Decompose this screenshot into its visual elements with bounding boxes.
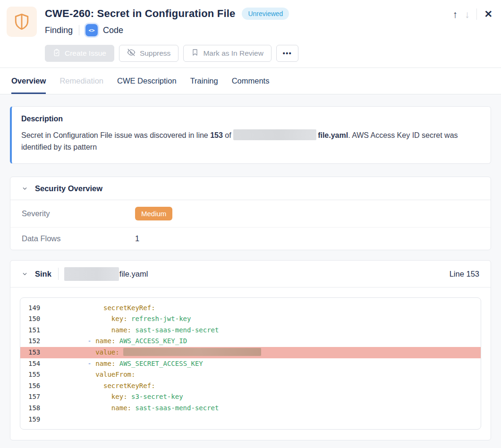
clipboard-check-icon	[53, 49, 60, 59]
security-overview-header: Security Overview	[10, 177, 491, 200]
code-line-158: 158 name: sast-saas-mend-secret	[20, 403, 481, 414]
sink-file-name: file.yaml	[119, 270, 148, 279]
code-line-152: 152 - name: AWS_ACCESS_KEY_ID	[20, 336, 481, 347]
code-line-156: 156 secretKeyRef:	[20, 380, 481, 392]
code-block: 149 secretKeyRef:150 key: refresh-jwt-ke…	[20, 297, 481, 430]
code-line-157: 157 key: s3-secret-key	[20, 391, 481, 403]
line-number: 154	[20, 358, 48, 370]
line-number: 158	[20, 403, 48, 414]
actions-toolbar: Create Issue Suppress Ma	[45, 45, 493, 62]
code-text: valueFrom:	[48, 369, 135, 380]
header-controls: ↑ ↓ ✕	[452, 8, 493, 20]
line-number: 152	[20, 336, 48, 347]
data-flows-value: 1	[135, 234, 139, 243]
file-name-emphasis: file.yaml	[318, 131, 348, 139]
bookmark-icon	[191, 48, 199, 59]
line-number: 159	[20, 414, 48, 425]
code-icon: <>	[85, 24, 98, 36]
description-heading: Description	[21, 115, 479, 123]
mark-in-review-button[interactable]: Mark as In Review	[183, 45, 271, 62]
code-text: key: refresh-jwt-key	[48, 313, 191, 325]
data-flows-label: Data Flows	[22, 234, 135, 243]
chevron-down-icon[interactable]	[22, 271, 28, 277]
code-text: secretKeyRef:	[48, 380, 155, 392]
close-icon[interactable]: ✕	[484, 8, 493, 20]
redacted-path-blur	[233, 129, 316, 140]
suppress-button[interactable]: Suppress	[119, 45, 178, 62]
code-text: key: s3-secret-key	[48, 391, 183, 403]
category-label: Code	[103, 25, 123, 35]
code-text: value:	[48, 347, 261, 358]
code-line-153: 153 value:	[20, 347, 481, 358]
code-line-151: 151 name: sast-saas-mend-secret	[20, 325, 481, 336]
line-number: 149	[20, 303, 48, 314]
redacted-path-blur	[64, 267, 119, 281]
next-finding-button[interactable]: ↓	[465, 9, 470, 19]
code-line-155: 155 valueFrom:	[20, 369, 481, 380]
description-card: Description Secret in Configuration File…	[10, 106, 491, 164]
chevron-down-icon[interactable]	[22, 186, 28, 192]
security-overview-title: Security Overview	[35, 184, 102, 193]
line-number: 150	[20, 313, 48, 325]
sink-card: Sink file.yaml Line 153 149 secretKeyRef…	[10, 260, 491, 441]
line-number-emphasis: 153	[210, 131, 223, 139]
severity-row: Severity Medium	[10, 200, 491, 227]
finding-detail-panel: CWE-260: Secret in Configuration File Un…	[0, 0, 501, 448]
tabs-bar: Overview Remediation CWE Description Tra…	[0, 68, 501, 94]
security-overview-card: Security Overview Severity Medium Data F…	[10, 177, 491, 250]
code-text: - name: AWS_ACCESS_KEY_ID	[48, 336, 187, 347]
divider	[79, 25, 79, 35]
tab-cwe-description[interactable]: CWE Description	[117, 68, 177, 94]
create-issue-button[interactable]: Create Issue	[45, 45, 114, 62]
redacted-secret-blur	[123, 348, 261, 356]
divider	[58, 268, 59, 280]
code-text: secretKeyRef:	[48, 303, 155, 314]
code-line-150: 150 key: refresh-jwt-key	[20, 313, 481, 325]
line-number: 153	[20, 347, 48, 358]
tab-comments[interactable]: Comments	[232, 68, 270, 94]
code-text: name: sast-saas-mend-secret	[48, 325, 219, 336]
code-line-149: 149 secretKeyRef:	[20, 303, 481, 314]
line-number: 157	[20, 391, 48, 403]
code-line-154: 154 - name: AWS_SECRET_ACCESS_KEY	[20, 358, 481, 370]
code-line-159: 159	[20, 414, 481, 425]
line-number: 156	[20, 380, 48, 392]
shield-icon	[7, 7, 37, 37]
sink-header: Sink file.yaml Line 153	[10, 261, 491, 287]
previous-finding-button[interactable]: ↑	[452, 9, 458, 19]
line-number: 155	[20, 369, 48, 380]
finding-type-label: Finding	[45, 25, 73, 35]
eye-off-icon	[127, 48, 136, 59]
tab-remediation[interactable]: Remediation	[59, 68, 103, 94]
code-text: - name: AWS_SECRET_ACCESS_KEY	[48, 358, 203, 370]
line-number: 151	[20, 325, 48, 336]
severity-badge: Medium	[135, 207, 172, 220]
status-badge: Unreviewed	[242, 8, 289, 20]
tab-training[interactable]: Training	[190, 68, 218, 94]
severity-label: Severity	[22, 209, 135, 218]
header: CWE-260: Secret in Configuration File Un…	[0, 0, 501, 68]
sink-line-reference: Line 153	[450, 270, 479, 279]
code-text: name: sast-saas-mend-secret	[48, 403, 219, 414]
overview-tab-content: Description Secret in Configuration File…	[0, 94, 501, 440]
sink-body: 149 secretKeyRef:150 key: refresh-jwt-ke…	[10, 287, 491, 440]
divider	[476, 8, 477, 20]
sink-title: Sink	[35, 270, 51, 279]
page-title: CWE-260: Secret in Configuration File	[45, 8, 235, 20]
tab-overview[interactable]: Overview	[11, 68, 46, 94]
data-flows-row: Data Flows 1	[10, 227, 491, 250]
description-text: Secret in Configuration File issue was d…	[21, 129, 475, 153]
more-actions-button[interactable]: •••	[276, 45, 298, 62]
